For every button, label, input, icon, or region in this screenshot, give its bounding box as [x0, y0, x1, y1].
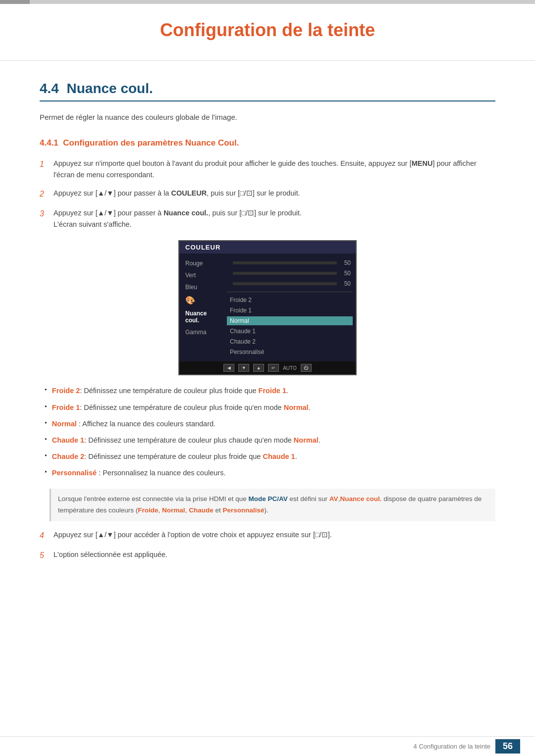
btn-left: ◀ [223, 364, 234, 372]
bar-vert [233, 272, 337, 275]
bullet-chaude2: ● Chaude 2: Définissez une température d… [45, 451, 495, 462]
bar-bleu [233, 282, 337, 285]
btn-enter: ↵ [268, 364, 279, 372]
btn-down: ▼ [238, 364, 249, 372]
menu-body: Rouge Vert Bleu 🎨 Nuance coul. Gamma 50 [179, 253, 356, 361]
menu-title-bar: COULEUR [179, 241, 356, 253]
menu-item-vert: Vert [183, 270, 220, 280]
step-text-3: Appuyez sur [▲/▼] pour passer à Nuance c… [54, 207, 495, 230]
bullet-text-4: Chaude 1: Définissez une température de … [52, 435, 321, 446]
menu-right: 50 50 50 Froide 2 [224, 258, 356, 356]
bullet-dot-5: ● [45, 453, 47, 459]
btn-power: ⏻ [301, 364, 312, 372]
steps-list: 1 Appuyez sur n'importe quel bouton à l'… [40, 158, 495, 230]
section-description: Permet de régler la nuance des couleurs … [40, 111, 495, 123]
menu-bottom-bar: ◀ ▼ ▲ ↵ AUTO ⏻ [179, 361, 356, 374]
bullet-normal: ● Normal : Affichez la nuance des couleu… [45, 418, 495, 430]
step-num-3: 3 [40, 207, 54, 220]
page-header: Configuration de la teinte [0, 0, 535, 61]
bullet-dot-3: ● [45, 420, 47, 426]
bullet-froide1: ● Froide 1: Définissez une température d… [45, 402, 495, 413]
top-bar [0, 0, 535, 4]
bullet-text-6: Personnalisé : Personnalisez la nuance d… [52, 467, 226, 479]
value-rouge: 50 [341, 259, 351, 266]
step-num-5: 5 [40, 549, 54, 562]
btn-up: ▲ [253, 364, 264, 372]
bullet-text-3: Normal : Affichez la nuance des couleurs… [52, 418, 215, 430]
menu-row-rouge: 50 [227, 258, 353, 267]
bar-rouge [233, 261, 337, 264]
step-3: 3 Appuyez sur [▲/▼] pour passer à Nuance… [40, 207, 495, 230]
bullet-text-5: Chaude 2: Définissez une température de … [52, 451, 297, 462]
menu-left: Rouge Vert Bleu 🎨 Nuance coul. Gamma [179, 258, 224, 356]
step-num-4: 4 [40, 529, 54, 542]
top-bar-accent [0, 0, 30, 4]
step-text-2: Appuyez sur [▲/▼] pour passer à la COULE… [54, 188, 495, 199]
bullet-list: ● Froide 2: Définissez une température d… [45, 385, 495, 479]
note-box: Lorsque l'entrée externe est connectée v… [50, 489, 495, 521]
menu-item-bleu: Bleu [183, 282, 220, 292]
step-1: 1 Appuyez sur n'importe quel bouton à l'… [40, 158, 495, 181]
menu-row-bleu: 50 [227, 279, 353, 288]
option-personnalise: Personnalisé [227, 348, 353, 356]
page-footer: 4 Configuration de la teinte 56 [0, 736, 535, 756]
step-text-1: Appuyez sur n'importe quel bouton à l'av… [54, 158, 495, 181]
bullet-dot-2: ● [45, 403, 47, 410]
menu-screenshot: COULEUR Rouge Vert Bleu 🎨 Nuance coul. G… [178, 240, 357, 375]
steps-list-2: 4 Appuyez sur [▲/▼] pour accéder à l'opt… [40, 529, 495, 561]
value-bleu: 50 [341, 280, 351, 287]
bullet-dot-6: ● [45, 469, 47, 475]
subsection-4-4-1: 4.4.1 Configuration des paramètres Nuanc… [40, 138, 495, 562]
step-2: 2 Appuyez sur [▲/▼] pour passer à la COU… [40, 188, 495, 201]
footer-label: 4 Configuration de la teinte [414, 743, 490, 750]
step-5: 5 L'option sélectionnée est appliquée. [40, 549, 495, 562]
bullet-text-2: Froide 1: Définissez une température de … [52, 402, 311, 413]
bullet-text-1: Froide 2: Définissez une température de … [52, 385, 288, 397]
option-chaude2: Chaude 2 [227, 337, 353, 346]
step-4: 4 Appuyez sur [▲/▼] pour accéder à l'opt… [40, 529, 495, 542]
subsection-heading: 4.4.1 Configuration des paramètres Nuanc… [40, 138, 495, 148]
page-title: Configuration de la teinte [40, 20, 495, 41]
section-heading: 4.4 Nuance coul. [40, 81, 495, 101]
step-text-4: Appuyez sur [▲/▼] pour accéder à l'optio… [54, 529, 495, 541]
btn-auto-label: AUTO [283, 364, 297, 372]
option-froide1: Froide 1 [227, 306, 353, 315]
menu-item-nuance: Nuance coul. [183, 308, 220, 325]
menu-row-vert: 50 [227, 269, 353, 278]
content: 4.4 Nuance coul. Permet de régler la nua… [0, 61, 535, 592]
menu-item-gamma: Gamma [183, 327, 220, 337]
option-chaude1: Chaude 1 [227, 327, 353, 336]
bullet-froide2: ● Froide 2: Définissez une température d… [45, 385, 495, 397]
bullet-dot-4: ● [45, 436, 47, 443]
value-vert: 50 [341, 270, 351, 277]
option-normal: Normal [227, 316, 353, 325]
menu-icon-nuance: 🎨 [183, 294, 220, 306]
bullet-personnalise: ● Personnalisé : Personnalisez la nuance… [45, 467, 495, 479]
page-number: 56 [495, 739, 520, 754]
bullet-chaude1: ● Chaude 1: Définissez une température d… [45, 435, 495, 446]
step-text-5: L'option sélectionnée est appliquée. [54, 549, 495, 560]
step-num-2: 2 [40, 188, 54, 201]
menu-item-rouge: Rouge [183, 258, 220, 268]
step-num-1: 1 [40, 158, 54, 171]
option-froide2: Froide 2 [227, 296, 353, 304]
bullet-dot-1: ● [45, 387, 47, 393]
section-4-4: 4.4 Nuance coul. Permet de régler la nua… [40, 81, 495, 123]
